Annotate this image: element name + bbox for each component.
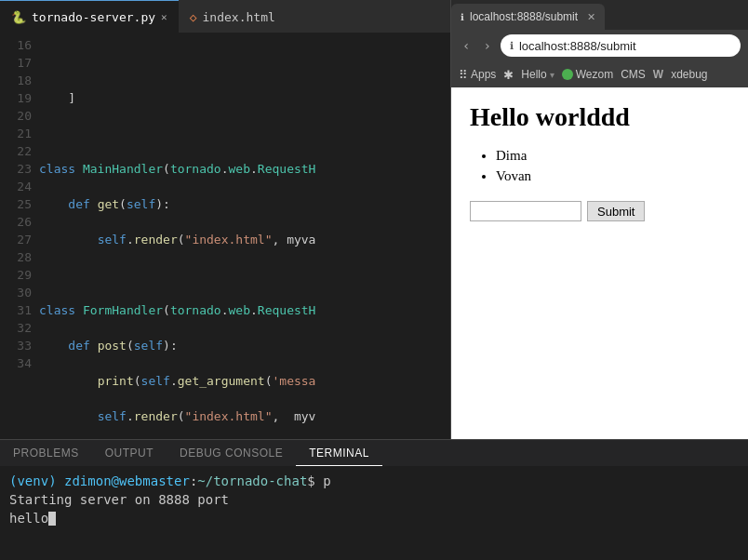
chevron-hello: ▾ <box>550 70 554 80</box>
form-row: Submit <box>470 201 729 221</box>
terminal-line-3: hello <box>9 509 739 527</box>
back-button[interactable]: ‹ <box>459 36 474 55</box>
html-icon: ◇ <box>190 10 197 24</box>
code-pane: 🐍 tornado-server.py ✕ ◇ index.html 16 17… <box>0 0 450 439</box>
browser-content: Hello worlddd Dima Vovan Submit <box>451 87 748 439</box>
tab-tornado-close[interactable]: ✕ <box>161 11 167 23</box>
browser-tabs: ℹ localhost:8888/submit ✕ <box>451 0 748 30</box>
tab-problems[interactable]: PROBLEMS <box>0 440 92 466</box>
forward-button[interactable]: › <box>479 36 494 55</box>
browser-tab-active[interactable]: ℹ localhost:8888/submit ✕ <box>451 4 605 30</box>
url-text: localhost:8888/submit <box>519 39 636 53</box>
code-text: ] class MainHandler(tornado.web.RequestH… <box>39 33 450 439</box>
browser-tab-label: localhost:8888/submit <box>470 10 578 23</box>
bm-wezom-label: Wezom <box>576 68 613 81</box>
tools-icon: ✱ <box>503 68 514 82</box>
browser-tab-close[interactable]: ✕ <box>587 11 595 23</box>
w-icon: W <box>653 68 663 81</box>
bookmarks-bar: ⠿ Apps ✱ Hello ▾ Wezom CMS W <box>451 61 748 87</box>
bm-hello[interactable]: Hello ▾ <box>521 68 554 81</box>
tab-terminal[interactable]: TERMINAL <box>296 440 382 466</box>
bm-apps[interactable]: ⠿ Apps <box>459 68 496 82</box>
tab-tornado-server[interactable]: 🐍 tornado-server.py ✕ <box>0 0 179 33</box>
bm-w-icon[interactable]: W <box>653 68 663 81</box>
tab-index-html[interactable]: ◇ index.html <box>179 0 287 33</box>
submit-button[interactable]: Submit <box>587 201 645 221</box>
editor-area: 🐍 tornado-server.py ✕ ◇ index.html 16 17… <box>0 0 748 439</box>
browser-pane: ℹ localhost:8888/submit ✕ ‹ › ℹ localhos… <box>450 0 748 439</box>
bm-xdebug-label: xdebug <box>671 68 707 81</box>
browser-toolbar: ‹ › ℹ localhost:8888/submit <box>451 30 748 61</box>
code-editor-body[interactable]: 16 17 18 19 20 21 22 23 24 25 26 27 28 2… <box>0 33 450 439</box>
message-input[interactable] <box>470 201 581 221</box>
list-item-vovan: Vovan <box>496 166 729 186</box>
bm-tools[interactable]: ✱ <box>503 68 514 82</box>
bm-cms-label: CMS <box>621 68 646 81</box>
browser-chrome: ℹ localhost:8888/submit ✕ ‹ › ℹ localhos… <box>451 0 748 87</box>
tab-tornado-label: tornado-server.py <box>32 10 155 24</box>
tab-output[interactable]: OUTPUT <box>92 440 167 466</box>
panel-tab-bar: PROBLEMS OUTPUT DEBUG CONSOLE TERMINAL <box>0 440 748 466</box>
page-heading: Hello worlddd <box>470 102 729 132</box>
bottom-panel: PROBLEMS OUTPUT DEBUG CONSOLE TERMINAL (… <box>0 439 748 560</box>
bm-wezom[interactable]: Wezom <box>562 68 613 81</box>
tab-debug-console[interactable]: DEBUG CONSOLE <box>167 440 296 466</box>
wezom-dot <box>562 69 573 80</box>
page-list: Dima Vovan <box>496 145 729 186</box>
favicon-icon: ℹ <box>461 12 464 22</box>
bm-cms[interactable]: CMS <box>621 68 646 81</box>
terminal-body[interactable]: (venv) zdimon@webmaster:~/tornado-chat$ … <box>0 466 748 560</box>
line-numbers: 16 17 18 19 20 21 22 23 24 25 26 27 28 2… <box>0 33 39 439</box>
bm-hello-label: Hello <box>521 68 546 81</box>
tab-index-label: index.html <box>203 10 275 24</box>
terminal-line-2: Starting server on 8888 port <box>9 490 739 509</box>
apps-icon: ⠿ <box>459 68 468 82</box>
python-icon: 🐍 <box>11 10 26 24</box>
address-bar[interactable]: ℹ localhost:8888/submit <box>501 34 741 57</box>
terminal-line-1: (venv) zdimon@webmaster:~/tornado-chat$ … <box>9 472 739 490</box>
bm-xdebug[interactable]: xdebug <box>671 68 707 81</box>
bm-apps-label: Apps <box>471 68 496 81</box>
list-item-dima: Dima <box>496 145 729 166</box>
editor-tab-bar: 🐍 tornado-server.py ✕ ◇ index.html <box>0 0 450 33</box>
lock-icon: ℹ <box>510 40 514 52</box>
